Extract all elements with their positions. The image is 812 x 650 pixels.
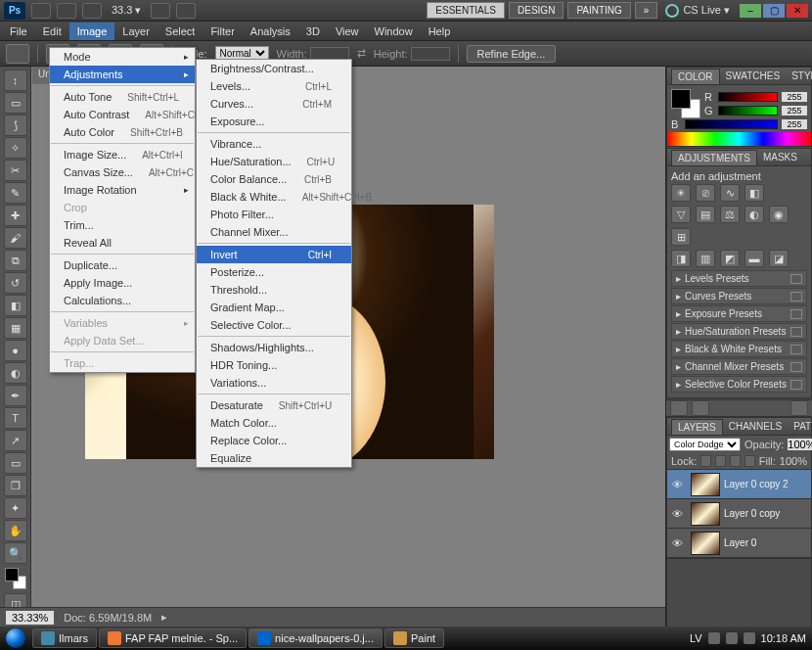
adj-balance-icon[interactable]: ⚖ [720, 206, 740, 223]
menu-item[interactable]: Auto ContrastAlt+Shift+Ctrl+L [50, 106, 195, 123]
menu-window[interactable]: Window [367, 23, 421, 40]
status-arrow-icon[interactable]: ▸ [161, 611, 167, 624]
menu-item[interactable]: DesaturateShift+Ctrl+U [197, 396, 351, 414]
pen-tool[interactable]: ✒ [4, 385, 27, 406]
menu-item[interactable]: Levels...Ctrl+L [197, 77, 351, 95]
layer-name[interactable]: Layer 0 [724, 537, 756, 548]
adj-photo-icon[interactable]: ◉ [769, 206, 789, 223]
hand-tool[interactable]: ✋ [4, 520, 27, 541]
adj-selective-icon[interactable]: ◪ [769, 250, 789, 267]
eye-icon[interactable]: 👁 [667, 537, 687, 549]
adj-foot-1[interactable] [670, 400, 688, 416]
adj-poster-icon[interactable]: ▥ [696, 250, 715, 267]
taskbar-item[interactable]: Paint [384, 628, 444, 648]
preset-hue[interactable]: Hue/Saturation Presets [671, 323, 807, 340]
menu-item[interactable]: Match Color... [197, 414, 351, 432]
adj-mixer-icon[interactable]: ⊞ [671, 228, 691, 246]
shape-tool[interactable]: ▭ [4, 452, 27, 474]
layer-thumb[interactable] [691, 532, 720, 555]
taskbar-item[interactable]: nice-wallpapers-0.j... [248, 628, 383, 648]
preset-mixer[interactable]: Channel Mixer Presets [671, 358, 807, 375]
tab-styles[interactable]: STYLES [786, 69, 812, 83]
menu-item[interactable]: Reveal All [50, 234, 195, 252]
menu-item[interactable]: Photo Filter... [197, 206, 351, 223]
lock-trans-icon[interactable] [700, 455, 711, 467]
menu-item[interactable]: Brightness/Contrast... [197, 60, 351, 77]
tray-volume-icon[interactable] [744, 632, 755, 644]
adj-foot-trash[interactable] [790, 400, 808, 416]
wand-tool[interactable]: ✧ [4, 137, 27, 159]
path-tool[interactable]: ↗ [4, 430, 27, 451]
menu-item[interactable]: Image Size...Alt+Ctrl+I [50, 146, 195, 163]
menu-item[interactable]: Calculations... [50, 292, 195, 309]
menu-item[interactable]: Apply Image... [50, 274, 195, 292]
tray-lang[interactable]: LV [690, 632, 702, 644]
tab-layers[interactable]: LAYERS [671, 419, 723, 435]
spectrum-bar[interactable] [667, 132, 811, 146]
tab-channels[interactable]: CHANNELS [723, 419, 788, 434]
move-tool[interactable]: ↕ [4, 70, 27, 91]
layer-name[interactable]: Layer 0 copy 2 [724, 479, 789, 489]
zoom-tool[interactable]: 🔍 [4, 542, 27, 564]
lock-pos-icon[interactable] [730, 455, 741, 467]
foreground-color[interactable] [5, 568, 19, 581]
tab-swatches[interactable]: SWATCHES [720, 69, 787, 83]
menu-item[interactable]: Vibrance... [197, 135, 351, 153]
tool-preset-icon[interactable] [6, 44, 29, 64]
adj-hue-icon[interactable]: ▤ [696, 206, 715, 223]
zoom-dropdown[interactable]: 33.3 ▾ [112, 4, 141, 17]
menu-layer[interactable]: Layer [114, 23, 158, 40]
window-maximize-icon[interactable]: ▢ [763, 4, 785, 18]
menu-item[interactable]: Image Rotation [50, 181, 195, 199]
adj-exposure-icon[interactable]: ◧ [744, 184, 764, 202]
layer-row[interactable]: 👁 Layer 0 copy [667, 499, 811, 529]
appbar-view-2[interactable] [176, 3, 196, 19]
lock-all-icon[interactable] [744, 455, 755, 467]
type-tool[interactable]: T [4, 407, 27, 429]
menu-item[interactable]: Duplicate... [50, 256, 195, 274]
menu-view[interactable]: View [328, 23, 367, 40]
zoom-field[interactable]: 33.33% [6, 611, 54, 625]
preset-levels[interactable]: Levels Presets [671, 270, 807, 287]
menu-item[interactable]: Posterize... [197, 263, 351, 281]
gradient-tool[interactable]: ▦ [4, 317, 27, 339]
menu-item[interactable]: Variations... [197, 374, 351, 392]
stamp-tool[interactable]: ⧉ [4, 250, 27, 271]
opacity-value[interactable]: 100% [788, 439, 812, 450]
r-value[interactable]: 255 [782, 92, 807, 102]
adj-threshold-icon[interactable]: ◩ [720, 250, 740, 267]
dodge-tool[interactable]: ◐ [4, 362, 27, 384]
menu-item[interactable]: Channel Mixer... [197, 223, 351, 241]
adj-foot-2[interactable] [692, 400, 709, 416]
menu-edit[interactable]: Edit [35, 23, 69, 40]
menu-item[interactable]: Trim... [50, 216, 195, 234]
tray-clock[interactable]: 10:18 AM [761, 632, 806, 644]
menu-item[interactable]: Threshold... [197, 281, 351, 299]
g-slider[interactable] [718, 106, 778, 116]
eyedropper-tool[interactable]: ✎ [4, 182, 27, 204]
menu-filter[interactable]: Filter [203, 23, 242, 40]
appbar-tool-2[interactable] [57, 3, 76, 19]
appbar-tool-1[interactable] [31, 3, 51, 19]
lasso-tool[interactable]: ⟆ [4, 115, 27, 136]
appbar-tool-3[interactable] [82, 3, 102, 19]
tray-icon[interactable] [708, 632, 720, 644]
workspace-design[interactable]: DESIGN [509, 2, 564, 19]
color-chip[interactable] [671, 89, 700, 118]
r-slider[interactable] [718, 92, 778, 102]
preset-selective[interactable]: Selective Color Presets [671, 376, 807, 393]
layer-row[interactable]: 👁 Layer 0 [667, 529, 811, 558]
eye-icon[interactable]: 👁 [667, 508, 687, 520]
layer-name[interactable]: Layer 0 copy [724, 508, 780, 519]
menu-image[interactable]: Image [69, 23, 115, 40]
tab-color[interactable]: COLOR [671, 69, 720, 84]
menu-item[interactable]: Equalize [197, 449, 351, 467]
tab-adjustments[interactable]: ADJUSTMENTS [671, 150, 757, 165]
menu-item[interactable]: Selective Color... [197, 316, 351, 334]
menu-item[interactable]: Mode [50, 48, 195, 66]
adj-bw-icon[interactable]: ◐ [744, 206, 764, 223]
menu-help[interactable]: Help [421, 23, 459, 40]
menu-item[interactable]: HDR Toning... [197, 356, 351, 374]
window-minimize-icon[interactable]: – [740, 4, 761, 18]
3d-tool[interactable]: ❒ [4, 475, 27, 496]
